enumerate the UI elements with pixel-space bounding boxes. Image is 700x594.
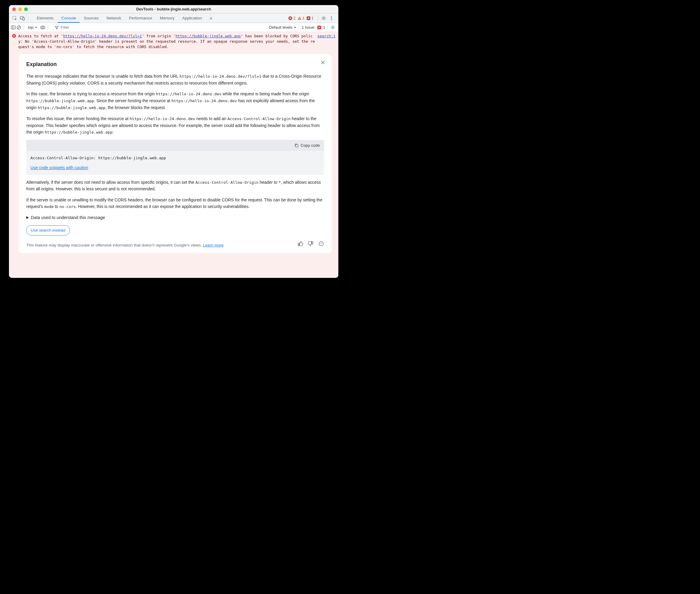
issues-indicator[interactable]: 1 Issue: 1 [302,25,325,30]
svg-point-10 [331,19,332,20]
separator [327,25,328,30]
settings-icon[interactable] [320,14,327,22]
explanation-p3: To resolve this issue, the server hostin… [26,116,324,136]
console-error-row[interactable]: Access to fetch at 'https://hello-io-24.… [9,32,338,51]
code-text: Access-Control-Allow-Origin: https://bub… [26,151,324,163]
tab-more-icon[interactable]: » [206,13,216,23]
issue-icon [317,25,321,30]
explanation-heading: Explanation [26,60,324,69]
toggle-sidebar-icon[interactable] [11,25,16,30]
svg-point-22 [321,244,322,245]
error-url-2[interactable]: https://bubble-jingle.web.app [176,34,241,38]
svg-rect-11 [11,26,15,29]
explanation-p5: If the server is unable or unwilling to … [26,197,324,210]
console-content: Access to fetch at 'https://hello-io-24.… [9,32,338,278]
titlebar: DevTools - bubble-jingle.web.app/search [9,5,338,13]
window-title: DevTools - bubble-jingle.web.app/search [9,7,338,11]
card-footer: This feature may display inaccurate or o… [26,241,324,248]
svg-point-7 [323,17,324,19]
close-icon[interactable] [320,60,325,67]
svg-point-9 [331,18,332,19]
error-url-1[interactable]: https://hello-io-24.deno.dev/?lvl=1 [63,34,142,38]
levels-label: Default levels [269,25,292,30]
svg-point-15 [42,27,44,28]
explanation-p2: In this case, the browser is trying to a… [26,91,324,111]
report-icon[interactable] [318,241,324,248]
explanation-card: Explanation The error message indicates … [19,54,332,253]
svg-rect-4 [299,17,300,19]
tab-application[interactable]: Application [179,13,206,23]
context-label: top [28,25,33,30]
explanation-p4: Alternatively, if the server does not ne… [26,179,324,192]
separator [24,25,24,30]
warning-badge[interactable]: 1 [298,16,305,20]
separator [48,25,48,30]
console-error-text: Access to fetch at 'https://hello-io-24.… [18,33,315,50]
live-expression-icon[interactable] [40,25,45,30]
error-count: 2 [293,16,295,20]
separator [28,15,28,21]
copy-code-button[interactable]: Copy code [26,140,324,151]
kebab-menu-icon[interactable] [327,14,336,22]
tabs: Elements Console Sources Network Perform… [33,13,216,23]
device-toolbar-icon[interactable] [19,14,26,22]
thumbs-up-icon[interactable] [298,241,303,248]
console-settings-icon[interactable] [330,25,336,30]
tab-performance[interactable]: Performance [126,13,155,23]
tab-sources[interactable]: Sources [80,13,102,23]
console-subbar: top Default levels 1 Issue: 1 [9,23,338,32]
error-icon [12,34,16,50]
separator [299,25,299,30]
error-source-link[interactable]: search:1 [317,33,336,50]
svg-line-14 [18,26,20,29]
levels-selector[interactable]: Default levels [269,25,296,30]
disclaimer-text: This feature may display inaccurate or o… [26,243,294,248]
context-selector[interactable]: top [26,24,39,31]
learn-more-link[interactable]: Learn more [203,243,224,248]
chevron-down-icon [35,26,38,29]
filter-input[interactable] [60,25,174,30]
issue-badge[interactable]: 1 [306,16,314,20]
data-used-disclosure[interactable]: Data used to understand this message [26,214,324,225]
copy-code-label: Copy code [301,142,320,149]
copy-icon [294,143,299,147]
caution-link[interactable]: Use code snippets with caution [31,165,88,170]
svg-point-17 [332,27,334,28]
issue-count: 1 [312,16,314,20]
tab-console[interactable]: Console [58,13,80,23]
svg-rect-5 [299,19,300,20]
main-tab-bar: Elements Console Sources Network Perform… [9,13,338,23]
thumbs-down-icon[interactable] [308,241,314,248]
error-badge[interactable]: 2 [288,16,295,20]
devtools-window: DevTools - bubble-jingle.web.app/search … [9,5,338,278]
tab-elements[interactable]: Elements [33,13,57,23]
code-block: Copy code Access-Control-Allow-Origin: h… [26,140,324,175]
issues-label: 1 Issue: [302,25,315,30]
tab-network[interactable]: Network [103,13,125,23]
explanation-p1: The error message indicates that the bro… [26,73,324,86]
svg-point-8 [331,16,332,17]
chevron-down-icon [293,26,296,29]
issues-count: 1 [323,25,325,30]
status-badges: 2 1 1 [288,16,314,20]
svg-rect-2 [23,17,25,20]
warning-count: 1 [303,16,305,20]
data-used-summary[interactable]: Data used to understand this message [26,214,324,221]
filter-wrap [52,24,176,31]
separator [318,15,318,21]
clear-console-icon[interactable] [16,25,21,30]
tab-memory[interactable]: Memory [156,13,178,23]
svg-rect-19 [295,144,298,147]
feedback-icons [298,241,324,248]
funnel-icon [55,25,59,30]
use-search-button[interactable]: Use search instead [26,225,70,235]
inspect-element-icon[interactable] [11,14,19,22]
